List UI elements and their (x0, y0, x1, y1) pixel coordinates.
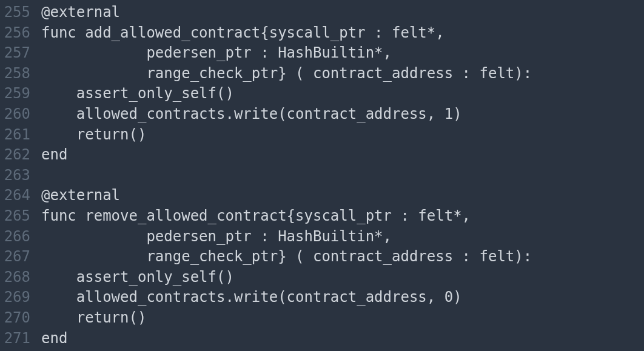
line-number: 267 (0, 247, 41, 267)
code-token: func (41, 207, 85, 224)
code-content[interactable]: @external (41, 186, 120, 206)
line-number: 261 (0, 125, 41, 145)
code-token: () (216, 85, 234, 102)
code-token: @external (41, 4, 120, 21)
code-line[interactable]: 258 range_check_ptr} ( contract_address … (0, 64, 644, 84)
line-number: 270 (0, 308, 41, 329)
code-line[interactable]: 255@external (0, 2, 644, 23)
code-line[interactable]: 266 pedersen_ptr : HashBuiltin*, (0, 227, 644, 247)
code-token: felt* (392, 24, 435, 41)
code-token: HashBuiltin* (278, 44, 383, 61)
code-token: allowed_contracts.write (76, 105, 278, 122)
code-content[interactable]: @external (41, 2, 120, 23)
code-token: 0 (444, 289, 453, 306)
code-token: end (41, 146, 67, 163)
code-token: HashBuiltin* (278, 228, 383, 245)
code-line[interactable]: 267 range_check_ptr} ( contract_address … (0, 247, 644, 267)
line-number: 260 (0, 104, 41, 125)
code-content[interactable]: assert_only_self() (41, 84, 234, 104)
code-token: () (129, 126, 147, 143)
code-token: range_check_ptr (146, 248, 278, 265)
code-token: felt* (418, 207, 461, 224)
code-content[interactable]: func remove_allowed_contract{syscall_ptr… (41, 206, 471, 227)
code-token: func (41, 24, 85, 41)
code-token: ) (453, 289, 461, 306)
code-token: ): (514, 248, 532, 265)
code-content[interactable]: allowed_contracts.write(contract_address… (41, 104, 462, 125)
code-content[interactable]: pedersen_ptr : HashBuiltin*, (41, 227, 392, 247)
code-line[interactable]: 257 pedersen_ptr : HashBuiltin*, (0, 43, 644, 64)
code-editor[interactable]: 255@external256func add_allowed_contract… (0, 2, 644, 349)
code-token: add_allowed_contract (85, 24, 260, 41)
line-number: 256 (0, 23, 41, 44)
code-line[interactable]: 268 assert_only_self() (0, 267, 644, 288)
code-line[interactable]: 260 allowed_contracts.write(contract_add… (0, 104, 644, 125)
code-token: () (129, 309, 147, 326)
code-token: syscall_ptr (295, 207, 392, 224)
code-content[interactable]: range_check_ptr} ( contract_address : fe… (41, 247, 532, 267)
code-line[interactable]: 261 return() (0, 125, 644, 145)
code-line[interactable]: 270 return() (0, 308, 644, 329)
code-content[interactable]: pedersen_ptr : HashBuiltin*, (41, 43, 392, 64)
code-token: allowed_contracts.write (76, 289, 278, 306)
code-token: : (252, 44, 278, 61)
code-token: assert_only_self (76, 269, 216, 286)
code-line[interactable]: 263 (0, 165, 644, 186)
line-number: 266 (0, 227, 41, 247)
code-token: contract_address (313, 65, 453, 82)
code-content[interactable]: assert_only_self() (41, 267, 234, 288)
line-number: 262 (0, 145, 41, 165)
code-content[interactable]: range_check_ptr} ( contract_address : fe… (41, 64, 532, 84)
code-line[interactable]: 259 assert_only_self() (0, 84, 644, 104)
code-line[interactable]: 269 allowed_contracts.write(contract_add… (0, 287, 644, 308)
code-content[interactable]: allowed_contracts.write(contract_address… (41, 287, 462, 308)
code-line[interactable]: 256func add_allowed_contract{syscall_ptr… (0, 23, 644, 44)
line-number: 263 (0, 165, 41, 186)
code-token: ( (278, 105, 286, 122)
line-number: 268 (0, 267, 41, 288)
code-token: , (383, 228, 392, 245)
line-number: 269 (0, 287, 41, 308)
code-content[interactable]: return() (41, 125, 146, 145)
code-token: 1 (444, 105, 453, 122)
code-token: felt (479, 248, 514, 265)
code-content[interactable]: func add_allowed_contract{syscall_ptr : … (41, 23, 444, 44)
code-token: assert_only_self (76, 85, 216, 102)
code-token: remove_allowed_contract (85, 207, 286, 224)
code-token: @external (41, 187, 120, 204)
code-token: { (260, 24, 269, 41)
code-token: end (41, 330, 67, 347)
code-token: () (216, 269, 234, 286)
code-content[interactable]: end (41, 329, 67, 349)
code-token: } ( (278, 65, 313, 82)
code-content[interactable]: return() (41, 308, 146, 329)
code-token: return (76, 309, 129, 326)
code-line[interactable]: 271end (0, 329, 644, 349)
code-content[interactable]: end (41, 145, 67, 165)
line-number: 271 (0, 329, 41, 349)
code-token: : (392, 207, 418, 224)
code-token: : (252, 228, 278, 245)
code-token: felt (479, 65, 514, 82)
code-token: ): (514, 65, 532, 82)
line-number: 255 (0, 2, 41, 23)
line-number: 264 (0, 186, 41, 206)
code-token: , (383, 44, 392, 61)
code-token: : (366, 24, 392, 41)
code-token: pedersen_ptr (146, 44, 251, 61)
code-token: ( (278, 289, 286, 306)
code-line[interactable]: 264@external (0, 186, 644, 206)
code-line[interactable]: 262end (0, 145, 644, 165)
line-number: 259 (0, 84, 41, 104)
code-token: contract_address (287, 289, 427, 306)
code-line[interactable]: 265func remove_allowed_contract{syscall_… (0, 206, 644, 227)
code-token: pedersen_ptr (146, 228, 251, 245)
code-token: , (435, 24, 444, 41)
code-token: contract_address (313, 248, 453, 265)
line-number: 265 (0, 206, 41, 227)
code-token: , (427, 289, 444, 306)
code-token: : (453, 248, 479, 265)
code-token: return (76, 126, 129, 143)
code-token: syscall_ptr (269, 24, 366, 41)
code-token: , (427, 105, 444, 122)
